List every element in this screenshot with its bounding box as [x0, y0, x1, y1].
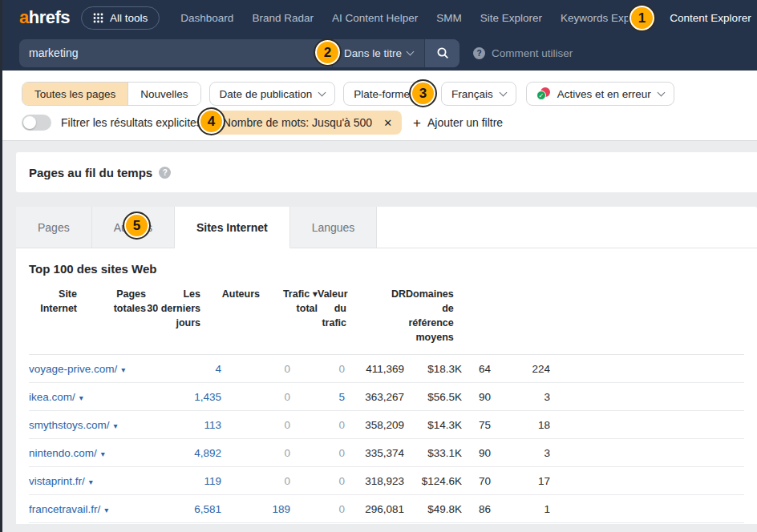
expand-caret-icon[interactable]: ▾ [104, 506, 108, 514]
authors-value[interactable]: 0 [338, 363, 345, 375]
site-link[interactable]: ikea.com/ [29, 391, 75, 403]
pages-total-value[interactable]: 6,581 [194, 503, 221, 515]
publish-date-filter[interactable]: Date de publication [209, 82, 336, 106]
nav-item[interactable]: Content Explorer [670, 12, 751, 24]
dr-value: 64 [462, 363, 491, 375]
traffic-total-value: 335,374 [345, 447, 404, 459]
search-input[interactable] [19, 46, 306, 59]
expand-caret-icon[interactable]: ▾ [79, 393, 83, 402]
column-header[interactable]: Domaines de référence moyens [406, 287, 454, 345]
authors-value[interactable]: 0 [338, 503, 345, 515]
chevron-down-icon [318, 88, 326, 96]
site-link[interactable]: voyage-prive.com/ [29, 363, 117, 375]
table-title: Top 100 des sites Web [16, 248, 757, 279]
traffic-value-value: $49.8K [404, 503, 462, 515]
pages-total-value[interactable]: 113 [204, 419, 221, 431]
search-mode-dropdown[interactable]: Dans le titre [333, 39, 424, 67]
ahrefs-logo[interactable]: ahrefs [19, 7, 70, 28]
column-header[interactable]: Trafic ▾ total [260, 287, 318, 345]
search-button[interactable] [425, 39, 459, 67]
plus-icon: + [413, 116, 421, 130]
how-to-use-label: Comment utiliser [492, 47, 573, 59]
expand-caret-icon[interactable]: ▾ [101, 449, 105, 458]
table-body: voyage-prive.com/▾ 4 0 0 411,369 $18.3K … [16, 355, 757, 523]
table-row: vistaprint.fr/▾ 119 0 0 318,923 $124.6K … [29, 467, 744, 495]
table-row: nintendo.com/▾ 4,892 0 0 335,374 $33.1K … [29, 439, 744, 467]
last-30-days-value[interactable]: 0 [284, 447, 290, 459]
table-header-row: Site InternetPages totalesLes 30 dernier… [29, 279, 744, 355]
traffic-total-value: 358,209 [345, 419, 404, 431]
authors-value[interactable]: 5 [338, 391, 345, 403]
live-broken-status-icon: ✓ [536, 87, 550, 100]
live-check-icon: ✓ [536, 91, 546, 100]
remove-filter-icon[interactable]: ✕ [383, 117, 392, 129]
annotation-badge-3: 3 [409, 79, 437, 107]
last-30-days-value[interactable]: 0 [284, 391, 290, 403]
nav-item[interactable]: Dashboard [180, 12, 233, 24]
filter-row-2: Filtrer les résultats explicites Nombre … [22, 111, 738, 135]
pages-total-value[interactable]: 119 [204, 475, 221, 487]
dr-value: 90 [462, 447, 491, 459]
authors-value[interactable]: 0 [338, 447, 345, 459]
annotation-badge-5: 5 [123, 212, 151, 240]
add-filter-button[interactable]: + Ajouter un filtre [413, 116, 503, 130]
ref-domains-value: 17 [491, 475, 550, 487]
results-tab[interactable]: Langues [290, 207, 378, 248]
column-header[interactable]: Pages totales [77, 287, 146, 345]
column-header[interactable]: DR [346, 287, 406, 345]
segment-option[interactable]: Toutes les pages [22, 83, 128, 105]
ref-domains-value: 1 [491, 503, 550, 515]
results-tab[interactable]: Pages [16, 207, 92, 248]
language-filter[interactable]: Français [441, 82, 516, 106]
chevron-down-icon [499, 88, 507, 96]
traffic-total-value: 296,081 [345, 503, 404, 515]
last-30-days-value[interactable]: 0 [284, 363, 290, 375]
site-link[interactable]: francetravail.fr/ [29, 503, 100, 515]
nav-item[interactable]: Brand Radar [252, 12, 314, 24]
ref-domains-value: 18 [491, 419, 550, 431]
last-30-days-value[interactable]: 0 [284, 419, 290, 431]
expand-caret-icon[interactable]: ▾ [121, 365, 125, 374]
table-row: smythstoys.com/▾ 113 0 0 358,209 $14.3K … [29, 411, 744, 439]
pages-over-time-card: Pages au fil du temps ? [16, 152, 757, 192]
last-30-days-value[interactable]: 189 [272, 503, 290, 515]
authors-value[interactable]: 0 [338, 475, 345, 487]
pages-total-value[interactable]: 4,892 [194, 447, 221, 459]
pages-total-value[interactable]: 1,435 [194, 391, 221, 403]
column-header[interactable]: Valeur du trafic [318, 287, 346, 345]
chevron-down-icon [407, 47, 415, 55]
filter-row-1: Toutes les pagesNouvelles Date de public… [22, 82, 738, 106]
segment-option[interactable]: Nouvelles [128, 83, 200, 105]
pages-total-value[interactable]: 4 [215, 363, 221, 375]
question-circle-icon: ? [473, 47, 485, 59]
nav-item[interactable]: SMM [436, 12, 462, 24]
search-icon [436, 46, 449, 59]
traffic-value-value: $14.3K [404, 419, 462, 431]
site-link[interactable]: vistaprint.fr/ [29, 475, 85, 487]
traffic-total-value: 411,369 [345, 363, 404, 375]
nav-menu: DashboardBrand RadarAI Content HelperSMM… [180, 12, 751, 24]
search-box: ✕ Dans le titre [19, 39, 459, 67]
traffic-total-value: 318,923 [345, 475, 404, 487]
column-header[interactable]: Les 30 derniers jours [146, 287, 200, 345]
authors-value[interactable]: 0 [338, 419, 345, 431]
ref-domains-value: 3 [491, 391, 550, 403]
site-link[interactable]: nintendo.com/ [29, 447, 97, 459]
results-tab[interactable]: Sites Internet [175, 207, 290, 248]
word-count-filter-chip[interactable]: Nombre de mots: Jusqu'à 500 ✕ [213, 111, 402, 135]
site-link[interactable]: smythstoys.com/ [29, 419, 110, 431]
column-header[interactable]: Site Internet [29, 287, 77, 345]
all-tools-button[interactable]: All tools [81, 6, 160, 30]
explicit-results-toggle[interactable] [22, 115, 51, 131]
column-header[interactable]: Auteurs [200, 287, 260, 345]
nav-item[interactable]: AI Content Helper [332, 12, 418, 24]
how-to-use-link[interactable]: ? Comment utiliser [473, 47, 573, 59]
nav-item[interactable]: Site Explorer [480, 12, 542, 24]
status-filter[interactable]: ✓ Actives et en erreur [526, 82, 674, 106]
help-icon[interactable]: ? [159, 167, 171, 179]
dr-value: 86 [462, 503, 491, 515]
expand-caret-icon[interactable]: ▾ [89, 478, 93, 486]
search-mode-label: Dans le titre [344, 47, 402, 59]
last-30-days-value[interactable]: 0 [284, 475, 290, 487]
expand-caret-icon[interactable]: ▾ [114, 421, 118, 430]
